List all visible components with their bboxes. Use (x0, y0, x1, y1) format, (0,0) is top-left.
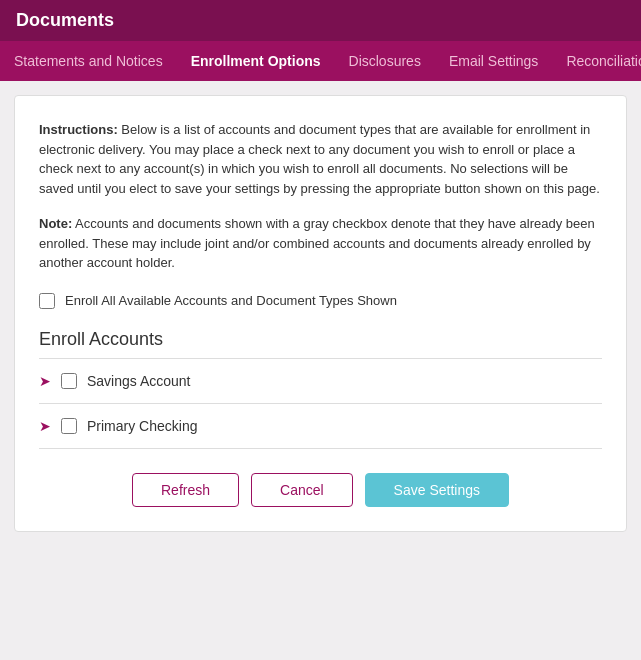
chevron-savings-icon[interactable]: ➤ (39, 373, 51, 389)
checkbox-savings[interactable] (61, 373, 77, 389)
page-title: Documents (16, 10, 114, 30)
tab-reconciliation[interactable]: Reconciliation W (552, 41, 641, 81)
tab-email[interactable]: Email Settings (435, 41, 552, 81)
refresh-button[interactable]: Refresh (132, 473, 239, 507)
nav-tabs: Statements and Notices Enrollment Option… (0, 41, 641, 81)
account-row-checking: ➤ Primary Checking (39, 404, 602, 449)
note-label: Note: (39, 216, 72, 231)
account-row-savings: ➤ Savings Account (39, 359, 602, 404)
checkbox-checking[interactable] (61, 418, 77, 434)
instructions-block: Instructions: Below is a list of account… (39, 120, 602, 198)
cancel-button[interactable]: Cancel (251, 473, 353, 507)
tab-statements[interactable]: Statements and Notices (0, 41, 177, 81)
note-text: Accounts and documents shown with a gray… (39, 216, 595, 270)
enroll-all-label: Enroll All Available Accounts and Docume… (65, 293, 397, 308)
content-area: Instructions: Below is a list of account… (0, 81, 641, 660)
instructions-label: Instructions: (39, 122, 118, 137)
savings-label: Savings Account (87, 373, 191, 389)
account-list: ➤ Savings Account ➤ Primary Checking (39, 358, 602, 449)
note-block: Note: Accounts and documents shown with … (39, 214, 602, 273)
footer-buttons: Refresh Cancel Save Settings (39, 473, 602, 507)
chevron-checking-icon[interactable]: ➤ (39, 418, 51, 434)
enroll-all-row: Enroll All Available Accounts and Docume… (39, 293, 602, 309)
checking-label: Primary Checking (87, 418, 197, 434)
tab-disclosures[interactable]: Disclosures (335, 41, 435, 81)
instructions-text: Below is a list of accounts and document… (39, 122, 600, 196)
enroll-all-checkbox[interactable] (39, 293, 55, 309)
save-settings-button[interactable]: Save Settings (365, 473, 509, 507)
page-header: Documents (0, 0, 641, 41)
page-wrapper: Documents Statements and Notices Enrollm… (0, 0, 641, 660)
enroll-accounts-heading: Enroll Accounts (39, 329, 602, 350)
main-card: Instructions: Below is a list of account… (14, 95, 627, 532)
tab-enrollment[interactable]: Enrollment Options (177, 41, 335, 81)
